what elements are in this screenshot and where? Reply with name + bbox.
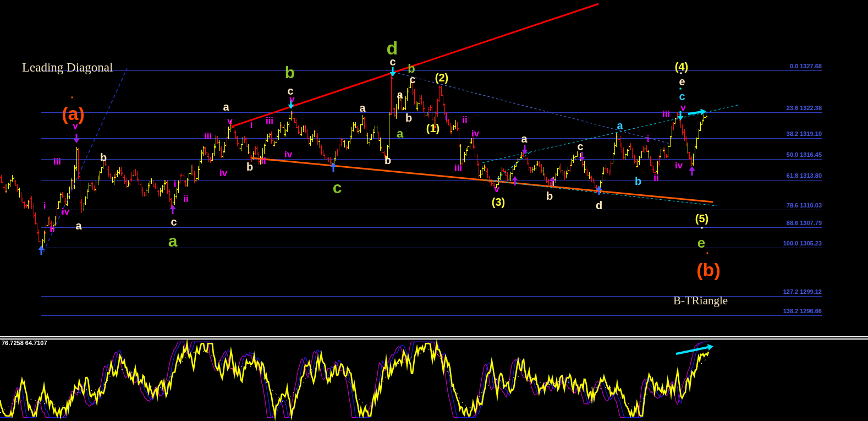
- anchor-dot: [707, 253, 708, 254]
- wave-label-b-wheat[interactable]: b: [100, 152, 107, 163]
- wave-label-a-wheat[interactable]: a: [359, 102, 365, 113]
- wave-label-c-wheat[interactable]: c: [171, 216, 177, 227]
- wave-label-a-green[interactable]: a: [168, 233, 178, 249]
- wave-arrow-up-icon[interactable]: [170, 205, 176, 214]
- wave-label-i-magenta[interactable]: i: [647, 134, 650, 144]
- wave-label-3-yellow[interactable]: (3): [492, 196, 505, 207]
- panel-separator[interactable]: [0, 338, 868, 340]
- wave-label-a-wheat[interactable]: a: [397, 89, 403, 100]
- wave-label-b-wheat[interactable]: b: [246, 161, 253, 172]
- wave-label-2-yellow[interactable]: (2): [435, 72, 448, 83]
- wave-label-4-yellow[interactable]: (4): [675, 61, 688, 72]
- wave-arrow-up-icon[interactable]: [331, 162, 337, 172]
- direction-arrow-icon[interactable]: [676, 344, 713, 354]
- leading-diagonal-text: Leading Diagonal: [22, 61, 113, 75]
- wave-label-iii-magenta[interactable]: iii: [204, 132, 212, 141]
- wave-arrow-up-icon[interactable]: [550, 177, 556, 186]
- wave-label-a-cyan[interactable]: a: [617, 120, 623, 131]
- wave-label-5-yellow[interactable]: (5): [695, 213, 708, 224]
- wave-label-b-wheat[interactable]: b: [405, 112, 412, 123]
- b-triangle-text: B-TRiangle: [673, 294, 728, 308]
- wave-label-i-magenta[interactable]: i: [445, 112, 448, 122]
- wave-label-a-orange[interactable]: (a): [62, 104, 85, 123]
- wave-label-a-wheat[interactable]: a: [75, 220, 81, 231]
- wave-label-ii-magenta[interactable]: ii: [261, 156, 266, 166]
- anchor-dot: [72, 97, 73, 99]
- wave-label-iii-magenta[interactable]: iii: [454, 163, 462, 173]
- wave-label-iii-magenta[interactable]: iii: [662, 110, 670, 119]
- wave-label-b-cyan[interactable]: b: [635, 176, 641, 187]
- wave-arrow-down-icon[interactable]: [678, 111, 684, 121]
- wave-label-iii-magenta[interactable]: iii: [53, 157, 61, 166]
- chart-overlay: [0, 0, 868, 421]
- wave-label-a-wheat[interactable]: a: [521, 133, 527, 144]
- wave-label-iv-magenta[interactable]: iv: [284, 150, 292, 159]
- wave-label-c-wheat[interactable]: c: [287, 85, 293, 96]
- wave-label-b-green[interactable]: b: [285, 64, 295, 81]
- chart-window: 0.0 1327.6823.6 1322.3838.2 1319.1050.0 …: [0, 0, 868, 421]
- wave-label-ii-magenta[interactable]: ii: [50, 225, 54, 234]
- wave-arrow-down-icon[interactable]: [579, 152, 585, 161]
- dashed-guide-line[interactable]: [494, 152, 530, 182]
- wave-label-c-green[interactable]: c: [333, 179, 342, 196]
- wave-label-a-wheat[interactable]: a: [223, 101, 229, 112]
- wave-label-v-magenta[interactable]: v: [680, 103, 685, 112]
- wave-label-v-magenta[interactable]: v: [227, 117, 232, 126]
- wave-label-e-wheat[interactable]: e: [679, 76, 685, 87]
- anchor-dot: [680, 88, 682, 90]
- wave-arrow-down-icon[interactable]: [74, 134, 80, 143]
- wave-arrow-up-icon[interactable]: [689, 166, 695, 176]
- wave-label-iv-magenta[interactable]: iv: [219, 168, 227, 178]
- wave-label-b-wheat[interactable]: b: [384, 155, 391, 166]
- wave-label-i-magenta[interactable]: i: [250, 121, 253, 130]
- wave-label-ii-magenta[interactable]: ii: [183, 194, 188, 204]
- wave-label-b-wheat[interactable]: b: [546, 190, 553, 201]
- wave-label-iv-magenta[interactable]: iv: [471, 129, 479, 138]
- wave-label-a-green[interactable]: a: [397, 128, 403, 140]
- wave-label-c-wheat[interactable]: c: [409, 74, 415, 85]
- wave-label-i-magenta[interactable]: i: [174, 179, 177, 189]
- panel-separator[interactable]: [0, 336, 868, 337]
- wave-label-i-magenta[interactable]: i: [43, 201, 46, 210]
- wave-label-ii-magenta[interactable]: ii: [462, 115, 467, 124]
- anchor-dot: [701, 227, 703, 229]
- wave-label-v-magenta[interactable]: v: [494, 184, 499, 194]
- wave-label-iii-magenta[interactable]: iii: [266, 116, 273, 125]
- wave-label-d-wheat[interactable]: d: [596, 200, 602, 211]
- wave-label-b-orange[interactable]: (b): [696, 260, 720, 279]
- wave-label-d-green[interactable]: d: [387, 39, 398, 57]
- indicator-values-label: 76.7258 64.7107: [2, 340, 47, 346]
- wave-label-1-yellow[interactable]: (1): [426, 123, 440, 134]
- wave-arrow-up-icon[interactable]: [39, 245, 45, 255]
- wave-label-iv-magenta[interactable]: iv: [62, 207, 69, 216]
- wave-label-e-green[interactable]: e: [697, 236, 705, 250]
- wave-label-ii-magenta[interactable]: ii: [653, 173, 658, 183]
- wave-label-c-wheat[interactable]: c: [577, 141, 583, 152]
- anchor-dot: [680, 73, 682, 74]
- wave-label-b-green[interactable]: b: [408, 63, 415, 75]
- wave-label-iv-magenta[interactable]: iv: [675, 161, 683, 170]
- wave-label-c-cyan[interactable]: c: [679, 91, 685, 102]
- trend-line[interactable]: [251, 158, 713, 202]
